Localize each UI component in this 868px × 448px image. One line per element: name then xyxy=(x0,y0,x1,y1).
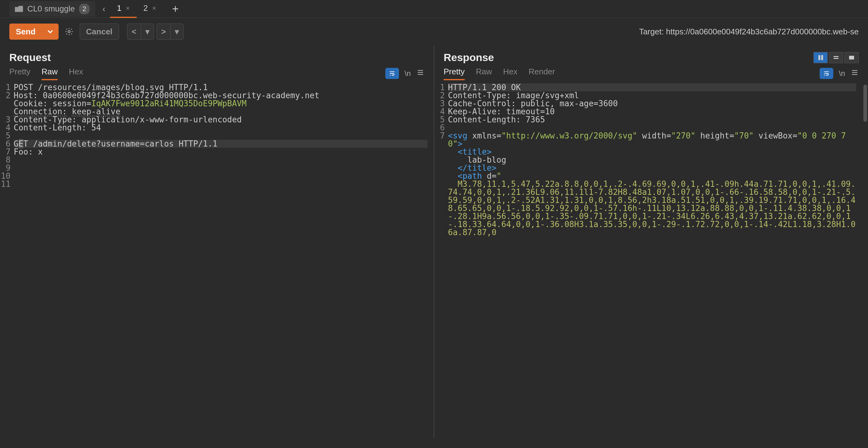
code-line[interactable]: Connection: keep-alive xyxy=(13,107,428,116)
response-title: Response xyxy=(444,52,494,64)
repeater-tab[interactable]: 1 × xyxy=(110,0,136,18)
folder-count-badge: 2 xyxy=(79,4,90,14)
subtab-hex[interactable]: Hex xyxy=(503,67,517,80)
code-line[interactable]: Content-Type: image/svg+xml xyxy=(448,91,856,99)
response-subtabs: PrettyRawHexRender \n xyxy=(434,65,868,82)
hamburger-icon xyxy=(850,68,859,76)
gear-icon xyxy=(65,27,73,36)
code-line[interactable]: <svg xmlns="http://www.w3.org/2000/svg" … xyxy=(448,132,856,236)
new-tab-button[interactable]: + xyxy=(169,3,182,15)
subtab-pretty[interactable]: Pretty xyxy=(9,67,30,80)
settings-button[interactable] xyxy=(61,24,77,40)
newline-toggle-response[interactable]: \n xyxy=(839,69,845,78)
send-button[interactable]: Send xyxy=(9,24,42,40)
subtab-pretty[interactable]: Pretty xyxy=(444,67,465,80)
code-line[interactable]: HTTP/1.1 200 OK xyxy=(448,83,856,91)
request-editor[interactable]: 12 34567891011 POST /resources/images/bl… xyxy=(0,82,434,438)
code-line[interactable]: Keep-Alive: timeout=10 xyxy=(448,107,856,116)
code-line[interactable]: Content-Type: application/x-www-form-url… xyxy=(13,116,428,124)
wrap-toggle[interactable] xyxy=(385,68,399,79)
response-panel: Response PrettyRawHexRender \n 1234567 xyxy=(434,45,868,438)
layout-single-button[interactable] xyxy=(844,52,859,63)
code-line[interactable] xyxy=(13,156,428,164)
request-subtabs: PrettyRawHex \n xyxy=(0,65,434,82)
subtab-render[interactable]: Render xyxy=(529,67,555,80)
newline-toggle[interactable]: \n xyxy=(405,69,411,78)
folder-name: CL0 smuggle xyxy=(27,4,75,13)
request-code[interactable]: POST /resources/images/blog.svg HTTP/1.1… xyxy=(13,83,434,438)
code-line[interactable]: Content-Length: 7365 xyxy=(448,116,856,124)
panel-menu-response[interactable] xyxy=(850,68,859,79)
code-line[interactable] xyxy=(13,132,428,140)
svg-point-0 xyxy=(68,31,70,33)
repeater-tab[interactable]: 2 × xyxy=(137,0,163,18)
response-gutter: 1234567 xyxy=(434,83,448,438)
close-icon[interactable]: × xyxy=(126,4,130,12)
code-line[interactable] xyxy=(448,124,856,132)
history-back-button[interactable]: < xyxy=(127,24,141,40)
code-line[interactable]: Host: 0a0600e0049f24b3c6ab727d000000bc.w… xyxy=(13,91,428,99)
scrollbar-thumb[interactable] xyxy=(863,85,867,122)
wrap-toggle-response[interactable] xyxy=(819,68,833,79)
folder-tab[interactable]: CL0 smuggle 2 xyxy=(9,1,95,17)
chevron-down-icon xyxy=(46,27,55,36)
close-icon[interactable]: × xyxy=(152,4,156,12)
history-back-dropdown[interactable]: ▾ xyxy=(141,24,154,40)
code-line[interactable]: POST /resources/images/blog.svg HTTP/1.1 xyxy=(13,83,428,91)
request-title: Request xyxy=(9,52,51,64)
send-dropdown[interactable] xyxy=(42,24,59,40)
cancel-button[interactable]: Cancel xyxy=(80,24,119,40)
code-line[interactable]: GET /admin/delete?username=carlos HTTP/1… xyxy=(13,140,428,148)
folder-icon xyxy=(15,6,23,12)
panel-menu[interactable] xyxy=(416,68,424,79)
subtab-raw[interactable]: Raw xyxy=(41,67,58,80)
code-line[interactable]: Cache-Control: public, max-age=3600 xyxy=(448,99,856,107)
response-code[interactable]: HTTP/1.1 200 OKContent-Type: image/svg+x… xyxy=(448,83,862,438)
layout-columns-button[interactable] xyxy=(813,52,828,63)
code-line[interactable]: Foo: x xyxy=(13,148,428,156)
history-forward-button[interactable]: > xyxy=(157,24,170,40)
code-line[interactable]: Cookie: session=IqAK7Fwe9012aRi41MQ35DoE… xyxy=(13,99,428,107)
history-forward-dropdown[interactable]: ▾ xyxy=(170,24,184,40)
prev-tab-arrow[interactable]: ‹ xyxy=(98,3,110,15)
code-line[interactable] xyxy=(13,164,428,172)
wrap-icon xyxy=(823,70,830,77)
layout-rows-button[interactable] xyxy=(829,52,843,63)
response-scrollbar[interactable] xyxy=(862,83,868,438)
hamburger-icon xyxy=(416,68,424,76)
response-editor[interactable]: 1234567 HTTP/1.1 200 OKContent-Type: ima… xyxy=(434,82,868,438)
subtab-raw[interactable]: Raw xyxy=(476,67,492,80)
target-label: Target: https://0a0600e0049f24b3c6ab727d… xyxy=(639,27,859,37)
layout-buttons xyxy=(813,52,859,63)
subtab-hex[interactable]: Hex xyxy=(69,67,83,80)
history-back-group: < ▾ xyxy=(127,24,154,40)
history-forward-group: > ▾ xyxy=(157,24,184,40)
main-split: Request PrettyRawHex \n 12 34567891011 P… xyxy=(0,45,868,438)
request-panel: Request PrettyRawHex \n 12 34567891011 P… xyxy=(0,45,434,438)
wrap-icon xyxy=(389,70,396,77)
top-tab-bar: CL0 smuggle 2 ‹ 1 ×2 × + xyxy=(0,0,868,18)
toolbar: Send Cancel < ▾ > ▾ Target: https://0a06… xyxy=(0,18,868,45)
code-line[interactable]: Content-Length: 54 xyxy=(13,124,428,132)
request-gutter: 12 34567891011 xyxy=(0,83,13,438)
